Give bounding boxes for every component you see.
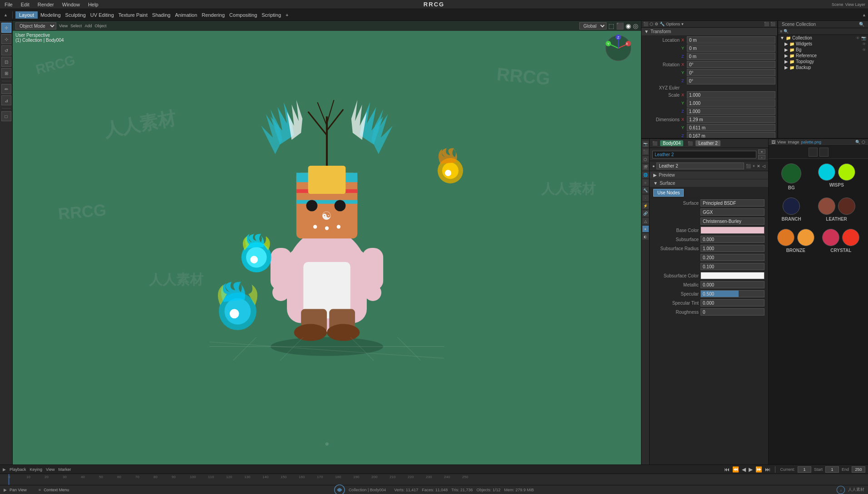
play-end-btn[interactable]: ⏭ [765, 466, 770, 473]
play-next-btn[interactable]: ⏩ [755, 466, 762, 473]
img-zoom-icon[interactable]: 🔍 [855, 140, 860, 144]
material-browse-icon[interactable]: ⬛ [746, 164, 751, 168]
viewport-global-select[interactable]: Global [579, 22, 607, 30]
prop-icon-render[interactable]: 📷 [642, 141, 649, 147]
play-start-btn[interactable]: ⏮ [724, 466, 730, 473]
use-nodes-button[interactable]: Use Nodes [653, 189, 684, 197]
scale-z-value[interactable]: 1.000 [687, 108, 776, 115]
playback-icon[interactable]: ▶ [3, 467, 6, 472]
tool-measure[interactable]: ⊿ [1, 95, 11, 105]
dim-z-value[interactable]: 0.167 m [687, 132, 776, 138]
play-prev-btn[interactable]: ⏪ [732, 466, 739, 473]
tool-rotate[interactable]: ↺ [1, 45, 11, 55]
menu-edit[interactable]: Edit [19, 2, 31, 7]
current-frame-field[interactable]: 1 [798, 466, 811, 473]
prop-icon-output[interactable]: ⬛ [642, 148, 649, 155]
marker-label[interactable]: Marker [58, 467, 71, 472]
img-options-icon[interactable]: ⬡ [862, 140, 865, 144]
menu-file[interactable]: File [3, 2, 15, 7]
editor-type-icon[interactable]: 🖼 [771, 140, 775, 144]
tab-scripting[interactable]: Scripting [260, 12, 283, 18]
location-y-value[interactable]: 0 m [687, 44, 775, 52]
material-slot-remove[interactable]: - [758, 155, 765, 159]
tool-move[interactable]: ⊹ [1, 34, 11, 44]
material-del-icon[interactable]: ✕ [757, 164, 760, 168]
viewport-add-label[interactable]: Add [84, 24, 92, 28]
prop-icon-object-data[interactable]: △ [642, 218, 649, 224]
location-x-value[interactable]: 0 m [687, 36, 775, 44]
location-z-value[interactable]: 0 m [687, 53, 776, 60]
subsurface-b-value[interactable]: 0.100 [700, 263, 764, 270]
tab-modeling[interactable]: Modeling [39, 12, 63, 18]
tool-annotate[interactable]: ✏ [1, 84, 11, 94]
tool-transform[interactable]: ⊞ [1, 68, 11, 78]
prop-icon-scene[interactable]: 🎬 [642, 164, 649, 170]
prop-icon-physics[interactable]: ⚡ [642, 203, 649, 209]
tool-add-cube[interactable]: □ [1, 111, 11, 121]
dim-y-value[interactable]: 0.611 m [687, 124, 775, 131]
viewport-view-label[interactable]: View [59, 24, 68, 28]
image-file-label[interactable]: palette.png [801, 140, 821, 144]
subsurface-color-swatch[interactable] [700, 272, 764, 279]
transform-section-header[interactable]: ▼ Transform [641, 28, 777, 36]
tab-compositing[interactable]: Compositing [227, 12, 259, 18]
tab-texture-paint[interactable]: Texture Paint [117, 12, 149, 18]
view-label[interactable]: View [777, 140, 786, 144]
metallic-value[interactable]: 0.000 [700, 281, 764, 288]
viewport-3d[interactable]: Object Mode View Select Add Object Globa… [13, 21, 641, 474]
play-rev-btn[interactable]: ◀ [742, 466, 746, 473]
play-btn[interactable]: ▶ [749, 466, 753, 473]
viewport-shading-solid[interactable]: ⬛ [616, 22, 624, 30]
viewport-mode-select[interactable]: Object Mode [15, 22, 56, 30]
prop-icon-shading[interactable]: ◐ [642, 233, 649, 240]
tab-shading[interactable]: Shading [150, 12, 172, 18]
roughness-value[interactable]: 0 [700, 308, 764, 316]
prop-icon-constraints[interactable]: 🔗 [642, 210, 649, 217]
timeline-ruler[interactable]: 0 10 20 30 40 50 60 70 80 90 100 110 120… [0, 474, 868, 485]
tool-cursor[interactable]: ✛ [1, 23, 11, 33]
tree-scene-collection[interactable]: ▼ 📁 Collection 👁 📷 [778, 35, 868, 41]
tree-topology[interactable]: ▶ 📁 Topology [778, 59, 868, 64]
tab-sculpting[interactable]: Sculpting [64, 12, 88, 18]
subsurface-g-value[interactable]: 0.200 [700, 254, 764, 261]
scale-y-value[interactable]: 1.000 [687, 99, 775, 107]
viewport-gizmo[interactable]: X Y Z [605, 35, 632, 62]
rotation-x-value[interactable]: 0° [687, 61, 775, 68]
material-slot-item[interactable]: Leather 2 [652, 151, 756, 158]
prop-icon-world[interactable]: 🌐 [642, 172, 649, 178]
viewport-select-label[interactable]: Select [70, 24, 82, 28]
image-label[interactable]: Image [788, 140, 799, 144]
filter-icon[interactable]: ≡ [780, 29, 782, 34]
subsurface-r-value[interactable]: 1.000 [700, 245, 764, 252]
keying-label[interactable]: Keying [30, 467, 43, 472]
viewport-shading-render[interactable]: ◎ [633, 22, 638, 30]
timeline-view-label[interactable]: View [46, 467, 54, 472]
material-new-icon[interactable]: + [753, 164, 755, 168]
tab-rendering[interactable]: Rendering [200, 12, 227, 18]
menu-window[interactable]: Window [60, 2, 82, 7]
end-frame-field[interactable]: 250 [852, 466, 865, 473]
subsurface-value[interactable]: 0.000 [700, 236, 764, 243]
distribution-value[interactable]: GGX [700, 208, 764, 216]
viewport-shading-material[interactable]: ◉ [626, 22, 631, 30]
search-icon[interactable]: 🔍 [784, 29, 789, 34]
prop-icon-view-layer[interactable]: ⬡ [642, 156, 649, 163]
rotation-z-value[interactable]: 0° [687, 77, 776, 84]
tree-bg[interactable]: ▶ 📁 Bg 👁 [778, 47, 868, 53]
base-color-swatch[interactable] [700, 227, 764, 234]
material-slot-add[interactable]: + [758, 149, 765, 154]
prop-icon-material[interactable]: ● [642, 226, 649, 232]
tool-scale[interactable]: ⊡ [1, 57, 11, 67]
scale-x-value[interactable]: 1.000 [687, 91, 775, 99]
material-unlink-icon[interactable]: ◁ [762, 164, 765, 168]
surface-type-value[interactable]: Principled BSDF [700, 199, 764, 207]
surface-section-header[interactable]: ▼ Surface [650, 179, 768, 188]
specular-value[interactable]: 0.500 [700, 290, 764, 297]
viewport-object-label[interactable]: Object [94, 24, 106, 28]
prop-icon-modifier[interactable]: 🔧 [642, 187, 649, 193]
options-label[interactable]: Options ▾ [666, 22, 684, 26]
prop-icon-particles[interactable]: · [642, 195, 649, 201]
distribution2-value[interactable]: Christensen-Burley [700, 217, 764, 225]
scene-filter-icon[interactable]: 🔍 [859, 22, 864, 27]
specular-tint-value[interactable]: 0.000 [700, 299, 764, 306]
